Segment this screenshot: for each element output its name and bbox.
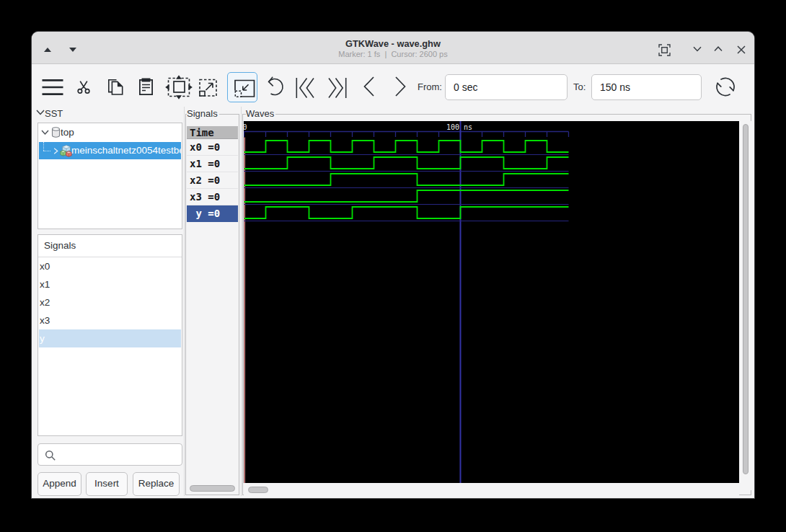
wave-canvas[interactable]: 0100 ns	[244, 121, 739, 483]
signals-list-item[interactable]: x3	[39, 311, 181, 329]
sst-label: SST	[45, 108, 63, 119]
waves-frame-label: Waves	[246, 108, 275, 119]
splitter-left[interactable]	[184, 107, 185, 496]
zoom-in-icon[interactable]	[199, 79, 218, 97]
prev-edge-icon[interactable]	[363, 76, 374, 97]
gtkwave-window: GTKWave - wave.ghw Marker: 1 fs | Cursor…	[32, 32, 754, 498]
signals-list-item[interactable]: x1	[39, 275, 181, 293]
copy-icon[interactable]	[107, 78, 123, 95]
tree-item-label: meinschaltnetz0054testbench	[71, 145, 181, 156]
chevron-down-icon	[36, 110, 45, 115]
window-title: GTKWave - wave.ghw	[32, 38, 754, 49]
waves-vscrollbar-thumb[interactable]	[743, 124, 749, 474]
waves-hscrollbar[interactable]	[244, 484, 739, 495]
waves-hscrollbar-thumb[interactable]	[248, 487, 268, 493]
zoom-fit-icon[interactable]	[162, 71, 193, 100]
reload-icon[interactable]	[712, 76, 738, 98]
from-input[interactable]	[445, 74, 568, 100]
next-edge-icon[interactable]	[395, 76, 406, 97]
replace-button[interactable]: Replace	[133, 472, 180, 496]
search-box	[37, 443, 182, 466]
tree-item-top[interactable]: top	[39, 124, 181, 141]
values-hscrollbar-thumb[interactable]	[190, 485, 235, 492]
sst-tree: top meinschaltnetz0054testbench	[37, 123, 182, 229]
paste-icon[interactable]	[139, 78, 153, 95]
zoom-out-button[interactable]	[227, 72, 257, 102]
signal-value-row[interactable]: x1 =0	[187, 156, 238, 172]
expander-right-icon[interactable]	[53, 148, 58, 154]
zoom-out-icon	[234, 79, 255, 98]
time-header[interactable]: Time	[187, 126, 238, 139]
close-icon[interactable]	[737, 45, 746, 54]
values-frame: Time x0 =0x1 =0x2 =0x3 =0 y =0	[185, 114, 239, 495]
cut-icon[interactable]	[76, 79, 91, 95]
skip-to-start-icon[interactable]	[296, 77, 316, 99]
to-label: To:	[573, 81, 586, 92]
menu-icon[interactable]	[42, 79, 63, 96]
window-subtitle: Marker: 1 fs | Cursor: 2600 ps	[32, 49, 754, 59]
tree-item-label: top	[61, 127, 74, 138]
values-frame-label: Signals	[187, 108, 219, 119]
svg-text:0: 0	[244, 123, 247, 131]
append-button[interactable]: Append	[37, 472, 81, 496]
waveform-plot: 0100 ns	[244, 121, 739, 483]
tree-item-child[interactable]: meinschaltnetz0054testbench	[39, 142, 181, 159]
undo-icon[interactable]	[265, 74, 286, 101]
from-label: From:	[418, 81, 442, 92]
signals-list-panel: Signals x0x1x2x3y	[37, 234, 182, 436]
signals-list-item[interactable]: y	[39, 329, 181, 347]
waves-frame: 0100 ns	[242, 114, 751, 495]
values-hscrollbar[interactable]	[187, 483, 238, 494]
skip-to-end-icon[interactable]	[327, 77, 347, 99]
search-input[interactable]	[60, 445, 179, 464]
signals-list-item[interactable]: x0	[39, 257, 181, 275]
to-input[interactable]	[591, 74, 702, 100]
toolbar: From: To:	[32, 65, 754, 107]
expander-down-icon[interactable]	[41, 130, 49, 136]
title-area: GTKWave - wave.ghw Marker: 1 fs | Cursor…	[32, 38, 754, 59]
maximize-icon[interactable]	[714, 46, 723, 52]
signal-value-row[interactable]: y =0	[187, 205, 238, 222]
insert-button[interactable]: Insert	[86, 472, 128, 496]
fullscreen-icon[interactable]	[658, 44, 671, 56]
tree-guide-h	[43, 151, 50, 151]
database-icon	[51, 127, 61, 138]
tree-guide-v	[43, 142, 44, 151]
titlebar: GTKWave - wave.ghw Marker: 1 fs | Cursor…	[32, 32, 754, 64]
sst-expander[interactable]: SST	[36, 107, 180, 120]
splitter-right[interactable]	[241, 107, 242, 496]
signals-list-header: Signals	[44, 240, 76, 251]
unmaximize-icon[interactable]	[693, 46, 702, 52]
signals-list-item[interactable]: x2	[39, 293, 181, 311]
signal-value-row[interactable]: x0 =0	[187, 139, 238, 156]
signal-value-row[interactable]: x3 =0	[187, 189, 238, 205]
module-icon	[60, 143, 72, 157]
signal-value-row[interactable]: x2 =0	[187, 172, 238, 189]
search-icon	[45, 450, 56, 461]
waves-vscrollbar[interactable]	[740, 121, 751, 490]
svg-text:100 ns: 100 ns	[446, 123, 472, 131]
